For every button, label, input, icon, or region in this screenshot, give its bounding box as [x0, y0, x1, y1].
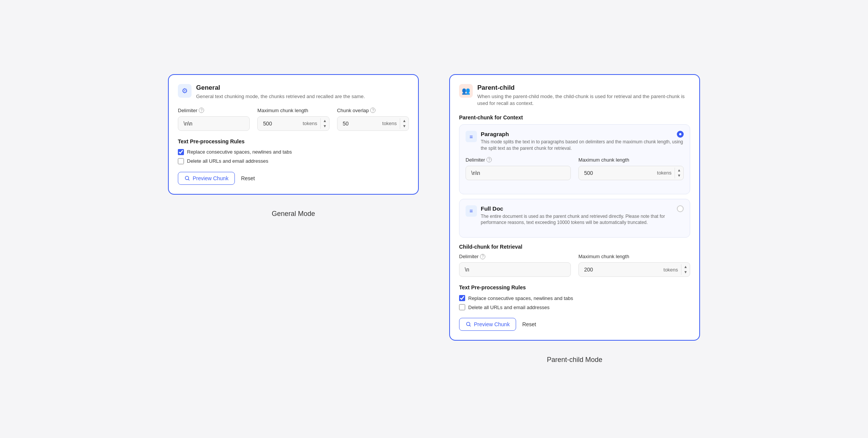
paragraph-max-chunk-group: Maximum chunk length tokens ▲ ▼ [578, 157, 684, 180]
general-overlap-group: Chunk overlap ? tokens ▲ ▼ [337, 108, 409, 131]
general-action-row: Preview Chunk Reset [178, 172, 409, 185]
retrieval-max-chunk-up[interactable]: ▲ [681, 264, 690, 270]
general-max-chunk-spinner: ▲ ▼ [320, 118, 329, 129]
full-doc-title: Full Doc [481, 205, 684, 212]
general-max-chunk-group: Maximum chunk length tokens ▲ ▼ [257, 108, 329, 131]
general-overlap-label: Chunk overlap ? [337, 108, 409, 113]
paragraph-form-row: Delimiter ? Maximum chunk length tokens … [466, 157, 684, 180]
general-overlap-input[interactable] [337, 117, 379, 130]
parent-child-reset-button[interactable]: Reset [522, 321, 536, 327]
parent-child-header: 👥 Parent-child When using the parent-chi… [459, 84, 690, 107]
parent-child-action-row: Preview Chunk Reset [459, 318, 690, 331]
paragraph-sub-card: ≡ Paragraph This mode splits the text in… [459, 124, 690, 194]
retrieval-delimiter-info-icon[interactable]: ? [480, 254, 485, 259]
retrieval-max-chunk-label: Maximum chunk length [578, 254, 690, 259]
general-overlap-up[interactable]: ▲ [400, 118, 409, 124]
pc-rule2-row: Delete all URLs and email addresses [459, 304, 690, 310]
retrieval-delimiter-input[interactable] [459, 262, 571, 277]
general-header: ⚙ General General text chunking mode, th… [178, 84, 409, 100]
general-panel-label: General Mode [272, 210, 315, 218]
paragraph-description: This mode splits the text in to paragrap… [481, 139, 684, 152]
general-overlap-spinner: ▲ ▼ [400, 118, 409, 129]
general-rule1-label[interactable]: Replace consecutive spaces, newlines and… [187, 149, 292, 155]
parent-child-panel-section: 👥 Parent-child When using the parent-chi… [449, 74, 700, 364]
retrieval-max-chunk-unit: tokens [661, 267, 681, 273]
parent-child-preview-button[interactable]: Preview Chunk [459, 318, 516, 331]
parent-child-panel-label: Parent-child Mode [547, 356, 602, 364]
general-max-chunk-label: Maximum chunk length [257, 108, 329, 113]
pc-rule1-label[interactable]: Replace consecutive spaces, newlines and… [468, 295, 573, 301]
general-form-row: Delimiter ? Maximum chunk length tokens … [178, 108, 409, 131]
paragraph-delimiter-group: Delimiter ? [466, 157, 571, 180]
full-doc-description: The entire document is used as the paren… [481, 213, 684, 226]
general-max-chunk-up[interactable]: ▲ [321, 118, 329, 124]
pc-rule1-row: Replace consecutive spaces, newlines and… [459, 295, 690, 301]
full-doc-radio[interactable] [677, 205, 684, 212]
pc-rule2-label[interactable]: Delete all URLs and email addresses [468, 305, 550, 310]
parent-child-preprocessing-title: Text Pre-processing Rules [459, 284, 690, 290]
general-max-chunk-down[interactable]: ▼ [321, 124, 329, 129]
overlap-info-icon[interactable]: ? [370, 108, 375, 113]
paragraph-max-chunk-spinner: ▲ ▼ [675, 168, 683, 178]
paragraph-delimiter-info-icon[interactable]: ? [486, 157, 492, 162]
general-delimiter-group: Delimiter ? [178, 108, 250, 131]
paragraph-radio[interactable] [677, 131, 684, 138]
retrieval-max-chunk-group: Maximum chunk length tokens ▲ ▼ [578, 254, 690, 277]
paragraph-max-chunk-input[interactable] [579, 166, 654, 180]
general-rule2-checkbox[interactable] [178, 158, 184, 164]
retrieval-max-chunk-down[interactable]: ▼ [681, 270, 690, 275]
general-rule1-checkbox[interactable] [178, 149, 184, 155]
pc-rule2-checkbox[interactable] [459, 304, 465, 310]
gear-icon: ⚙ [178, 84, 192, 98]
general-max-chunk-input[interactable] [258, 117, 299, 130]
pc-search-preview-icon [466, 321, 472, 327]
general-overlap-unit: tokens [379, 121, 400, 126]
parent-child-title: Parent-child [477, 84, 690, 92]
full-doc-header: ≡ Full Doc The entire document is used a… [466, 205, 684, 226]
paragraph-header-text: Paragraph This mode splits the text in t… [481, 131, 684, 152]
delimiter-info-icon[interactable]: ? [199, 108, 204, 113]
general-description: General text chunking mode, the chunks r… [196, 93, 365, 100]
paragraph-delimiter-input[interactable] [466, 166, 571, 180]
general-title: General [196, 84, 365, 92]
general-reset-button[interactable]: Reset [241, 175, 255, 181]
paragraph-max-chunk-wrapper: tokens ▲ ▼ [578, 166, 684, 180]
general-max-chunk-unit: tokens [299, 121, 320, 126]
pc-rule1-checkbox[interactable] [459, 295, 465, 301]
general-rule2-row: Delete all URLs and email addresses [178, 158, 409, 164]
retrieval-max-chunk-wrapper: tokens ▲ ▼ [578, 262, 690, 277]
general-card: ⚙ General General text chunking mode, th… [168, 74, 419, 195]
retrieval-section: Child-chunk for Retrieval Delimiter ? Ma… [459, 244, 690, 277]
general-delimiter-input[interactable] [178, 116, 250, 131]
general-panel-section: ⚙ General General text chunking mode, th… [168, 74, 419, 218]
paragraph-max-chunk-up[interactable]: ▲ [675, 168, 683, 173]
people-icon: 👥 [459, 84, 473, 98]
general-overlap-down[interactable]: ▼ [400, 124, 409, 129]
search-preview-icon [184, 175, 190, 181]
retrieval-max-chunk-spinner: ▲ ▼ [681, 264, 690, 275]
parent-child-card: 👥 Parent-child When using the parent-chi… [449, 74, 700, 341]
parent-child-description: When using the parent-child mode, the ch… [477, 93, 690, 107]
retrieval-max-chunk-input[interactable] [579, 263, 661, 276]
paragraph-max-chunk-label: Maximum chunk length [578, 157, 684, 163]
general-preprocessing-title: Text Pre-processing Rules [178, 138, 409, 144]
paragraph-title: Paragraph [481, 131, 684, 137]
general-preview-button[interactable]: Preview Chunk [178, 172, 235, 185]
general-rule2-label[interactable]: Delete all URLs and email addresses [187, 158, 268, 164]
parent-child-header-text: Parent-child When using the parent-child… [477, 84, 690, 107]
full-doc-header-text: Full Doc The entire document is used as … [481, 205, 684, 226]
general-overlap-input-wrapper: tokens ▲ ▼ [337, 116, 409, 131]
general-delimiter-label: Delimiter ? [178, 108, 250, 113]
retrieval-form-row: Delimiter ? Maximum chunk length tokens … [459, 254, 690, 277]
paragraph-max-chunk-down[interactable]: ▼ [675, 173, 683, 178]
full-doc-icon: ≡ [466, 205, 477, 217]
retrieval-delimiter-group: Delimiter ? [459, 254, 571, 277]
retrieval-delimiter-label: Delimiter ? [459, 254, 571, 259]
full-doc-sub-card: ≡ Full Doc The entire document is used a… [459, 199, 690, 238]
paragraph-header: ≡ Paragraph This mode splits the text in… [466, 131, 684, 152]
general-max-chunk-input-wrapper: tokens ▲ ▼ [257, 116, 329, 131]
page-wrapper: ⚙ General General text chunking mode, th… [168, 74, 700, 364]
general-rule1-row: Replace consecutive spaces, newlines and… [178, 149, 409, 155]
paragraph-max-chunk-unit: tokens [654, 170, 675, 176]
paragraph-delimiter-label: Delimiter ? [466, 157, 571, 163]
